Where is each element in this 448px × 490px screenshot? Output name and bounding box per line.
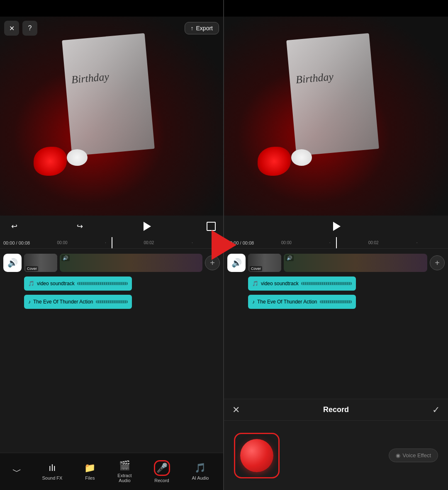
- undo-button[interactable]: ↩: [7, 220, 21, 233]
- soundtrack-row-right: 🎵 video soundtrack: [224, 275, 448, 292]
- voice-effect-button[interactable]: ◉ Voice Effect: [389, 449, 438, 462]
- header-left-buttons: ✕ ?: [4, 21, 37, 36]
- video-track-row-left: 🔊 Cover 🔊 +: [0, 252, 223, 274]
- ruler-mark-1-right: 00:00: [281, 240, 292, 245]
- clip-audio-icon: 🔊: [61, 255, 70, 261]
- sound-fx-label: Sound FX: [42, 475, 62, 480]
- soundtrack-label-left: video soundtrack: [37, 281, 75, 286]
- close-button[interactable]: ✕: [4, 21, 19, 36]
- record-confirm-button[interactable]: ✓: [432, 405, 440, 415]
- ruler-dot-1: ·: [105, 240, 106, 245]
- files-tool[interactable]: 📁 Files: [80, 460, 100, 483]
- ruler-marks: 00:00 · 00:02 ·: [30, 240, 220, 245]
- timeline-area-left: 00:00 / 00:08 00:00 · 00:02 · 🔊 Cover 🔊: [0, 237, 223, 453]
- video-preview-right: [224, 17, 448, 216]
- voice-effect-label: Voice Effect: [403, 452, 431, 458]
- record-body: ◉ Voice Effect: [224, 421, 448, 490]
- add-clip-button-left[interactable]: +: [205, 255, 220, 270]
- soundtrack-row-left: 🎵 video soundtrack: [0, 275, 223, 292]
- flower-decoration: [34, 147, 67, 176]
- main-video-clip-right[interactable]: 🔊: [284, 254, 427, 272]
- video-header-buttons: ✕ ? ↑ Export: [4, 21, 219, 36]
- play-icon: [144, 222, 151, 231]
- bottom-toolbar-left: ﹀ ılı Sound FX 📁 Files 🎬 Extract Audio 🎤…: [0, 453, 223, 490]
- record-close-button[interactable]: ✕: [232, 405, 240, 415]
- extract-audio-tool[interactable]: 🎬 Extract Audio: [113, 458, 136, 485]
- extract-audio-icon: 🎬: [119, 460, 130, 471]
- cover-label-right: Cover: [250, 266, 262, 271]
- ruler-mark-1: 00:00: [57, 240, 68, 245]
- playhead-right: [336, 237, 337, 248]
- record-title: Record: [323, 405, 349, 414]
- thunder-label-left: The Eve Of Thunder Action: [33, 299, 93, 305]
- thunder-row-left: ♪ The Eve Of Thunder Action: [0, 294, 223, 310]
- thunder-row-right: ♪ The Eve Of Thunder Action: [224, 294, 448, 310]
- record-panel: ✕ Record ✓ ◉ Voice Effect: [224, 399, 448, 490]
- redo-button[interactable]: ↪: [73, 220, 86, 233]
- video-content-left: [0, 17, 223, 216]
- soundtrack-clip-right[interactable]: 🎵 video soundtrack: [248, 277, 356, 291]
- video-clip-cover-right[interactable]: Cover: [248, 254, 281, 272]
- waveform-soundtrack-left: [77, 282, 128, 285]
- ai-audio-tool[interactable]: 🎵 AI Audio: [187, 460, 213, 483]
- right-panel: 00:00 / 00:08 00:00 · 00:02 · 🔊 Cover 🔊: [224, 0, 448, 490]
- flower-white-decoration: [67, 149, 88, 166]
- playback-controls-right: [224, 216, 448, 237]
- top-bar-left: [0, 0, 223, 17]
- video-track-row-right: 🔊 Cover 🔊 +: [224, 252, 448, 274]
- record-icon: 🎤: [156, 463, 168, 473]
- record-tool[interactable]: 🎤 Record: [150, 458, 174, 485]
- timeline-tracks-right: 🔊 Cover 🔊 + 🎵 video soundtrack: [224, 249, 448, 399]
- thunder-clip-left[interactable]: ♪ The Eve Of Thunder Action: [24, 295, 132, 309]
- video-preview-left: ✕ ? ↑ Export: [0, 17, 223, 216]
- files-icon: 📁: [84, 463, 95, 473]
- soundtrack-icon-left: 🎵: [28, 281, 34, 286]
- sound-fx-tool[interactable]: ılı Sound FX: [38, 460, 66, 483]
- left-panel: ✕ ? ↑ Export ↩ ↪ 00:00 / 00:08 00:00 ·: [0, 0, 224, 490]
- export-label: Export: [196, 25, 213, 32]
- flower-decoration-right: [258, 147, 291, 176]
- thunder-clip-right[interactable]: ♪ The Eve Of Thunder Action: [248, 295, 356, 309]
- main-video-clip[interactable]: 🔊: [60, 254, 202, 272]
- collapse-icon: ﹀: [12, 466, 22, 478]
- ruler-dot-1-right: ·: [329, 240, 331, 245]
- soundtrack-clip-left[interactable]: 🎵 video soundtrack: [24, 277, 132, 291]
- help-button[interactable]: ?: [22, 21, 37, 36]
- thunder-icon-right: ♪: [252, 299, 255, 305]
- add-clip-button-right[interactable]: +: [430, 255, 445, 270]
- play-icon-right: [333, 222, 341, 231]
- timeline-tracks-left: 🔊 Cover 🔊 + 🎵 video soundtrack: [0, 249, 223, 453]
- ai-audio-label: AI Audio: [192, 475, 209, 480]
- clip-thumbnail-left: [60, 254, 202, 272]
- record-button[interactable]: [234, 433, 280, 478]
- thunder-label-right: The Eve Of Thunder Action: [257, 299, 317, 305]
- collapse-button[interactable]: ﹀: [10, 465, 24, 479]
- cover-label: Cover: [26, 266, 38, 271]
- soundtrack-label-right: video soundtrack: [261, 281, 299, 286]
- clip-audio-icon-right: 🔊: [285, 255, 294, 261]
- current-time-left: 00:00 / 00:08: [3, 240, 30, 245]
- play-button-left[interactable]: [139, 218, 154, 234]
- timeline-ruler-left: 00:00 / 00:08 00:00 · 00:02 ·: [0, 237, 223, 249]
- record-highlight: 🎤: [154, 460, 170, 476]
- export-icon: ↑: [191, 25, 194, 32]
- volume-button-left[interactable]: 🔊: [3, 254, 22, 272]
- ruler-mark-2-right: 00:02: [368, 240, 379, 245]
- voice-effect-icon: ◉: [396, 452, 400, 458]
- extract-audio-label: Extract Audio: [117, 473, 131, 483]
- record-header: ✕ Record ✓: [224, 399, 448, 421]
- ruler-mark-2: 00:02: [144, 240, 154, 245]
- play-button-right[interactable]: [328, 218, 344, 234]
- record-circle-icon: [240, 439, 273, 472]
- timeline-area-right: 00:00 / 00:08 00:00 · 00:02 · 🔊 Cover 🔊: [224, 237, 448, 399]
- sound-fx-icon: ılı: [49, 463, 56, 473]
- fullscreen-button[interactable]: [207, 222, 216, 231]
- volume-button-right[interactable]: 🔊: [227, 254, 246, 272]
- ai-audio-icon: 🎵: [195, 463, 206, 473]
- flower-white-right: [291, 149, 312, 166]
- thunder-icon-left: ♪: [28, 299, 31, 305]
- video-clip-cover[interactable]: Cover: [24, 254, 57, 272]
- playhead-left: [112, 237, 112, 248]
- export-button[interactable]: ↑ Export: [185, 22, 219, 34]
- soundtrack-icon-right: 🎵: [252, 281, 258, 286]
